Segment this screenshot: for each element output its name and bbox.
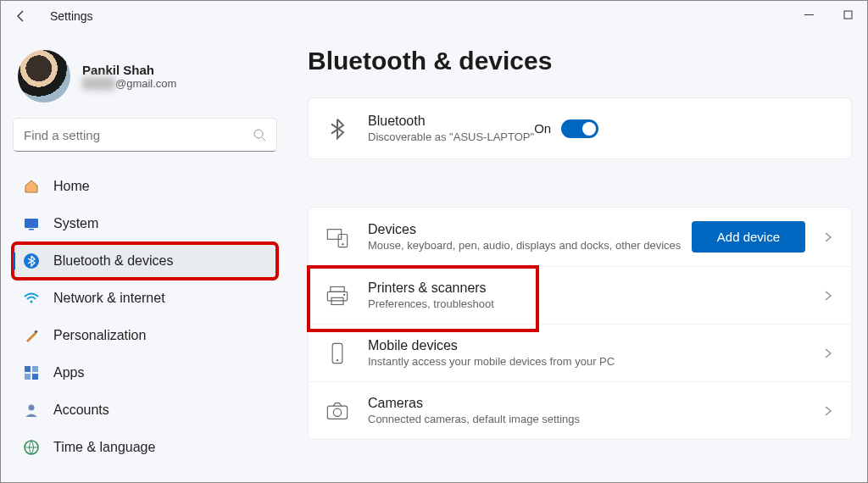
sidebar-item-label: Apps	[53, 365, 84, 380]
svg-rect-3	[29, 229, 34, 230]
sidebar-item-label: System	[53, 216, 98, 231]
profile-email: xxxxxx@gmail.com	[82, 77, 176, 90]
printer-icon	[326, 284, 349, 308]
sidebar-item-system[interactable]: System	[13, 206, 277, 242]
sidebar-item-label: Accounts	[53, 402, 109, 418]
sidebar-item-label: Time & language	[53, 440, 155, 455]
svg-rect-16	[331, 286, 344, 291]
row-title: Cameras	[368, 396, 580, 411]
settings-list: Devices Mouse, keyboard, pen, audio, dis…	[308, 207, 852, 440]
svg-rect-18	[331, 297, 343, 304]
sidebar-item-network[interactable]: Network & internet	[13, 280, 277, 316]
row-title: Printers & scanners	[368, 280, 494, 296]
window-title: Settings	[50, 9, 93, 23]
chevron-right-icon	[822, 405, 834, 417]
profile[interactable]: Pankil Shah xxxxxx@gmail.com	[18, 50, 277, 103]
avatar	[18, 50, 70, 103]
row-subtitle: Mouse, keyboard, pen, audio, displays an…	[368, 239, 681, 252]
svg-rect-14	[338, 234, 348, 247]
bluetooth-toggle-label: On	[534, 121, 551, 136]
sidebar-item-home[interactable]: Home	[13, 169, 277, 204]
sidebar-item-apps[interactable]: Apps	[13, 355, 277, 391]
personalization-icon	[23, 327, 40, 344]
chevron-right-icon	[822, 290, 834, 302]
add-device-button[interactable]: Add device	[692, 221, 805, 253]
svg-point-1	[254, 130, 263, 138]
bluetooth-icon	[23, 253, 40, 269]
svg-rect-9	[25, 374, 31, 380]
window-controls	[789, 1, 867, 28]
row-printers-scanners[interactable]: Printers & scanners Preferences, trouble…	[309, 267, 851, 325]
sidebar-item-accounts[interactable]: Accounts	[13, 392, 277, 428]
svg-rect-0	[844, 11, 852, 19]
arrow-left-icon	[14, 9, 28, 23]
sidebar-item-label: Home	[53, 179, 90, 194]
svg-point-19	[343, 293, 345, 295]
sidebar: Pankil Shah xxxxxx@gmail.com Home System…	[1, 31, 289, 482]
search-box[interactable]	[13, 118, 277, 152]
row-title: Mobile devices	[368, 338, 615, 353]
row-devices[interactable]: Devices Mouse, keyboard, pen, audio, dis…	[309, 208, 851, 267]
row-subtitle: Connected cameras, default image setting…	[368, 413, 580, 425]
camera-icon	[326, 399, 349, 423]
bluetooth-toggle[interactable]: On	[534, 119, 598, 138]
chevron-right-icon	[822, 231, 834, 243]
main-content: Bluetooth & devices Bluetooth Discoverab…	[289, 31, 867, 482]
sidebar-item-label: Network & internet	[53, 291, 165, 306]
toggle-switch-icon	[561, 119, 598, 138]
svg-rect-8	[32, 366, 38, 372]
sidebar-item-label: Bluetooth & devices	[53, 253, 173, 269]
svg-rect-10	[32, 374, 38, 380]
chevron-right-icon	[822, 347, 834, 359]
sidebar-nav: Home System Bluetooth & devices Network …	[13, 169, 277, 465]
sidebar-item-time-language[interactable]: Time & language	[13, 430, 277, 465]
svg-point-21	[337, 359, 338, 361]
accounts-icon	[23, 402, 40, 419]
svg-point-5	[30, 300, 32, 303]
maximize-button[interactable]	[828, 1, 867, 28]
bluetooth-icon	[326, 117, 349, 141]
search-input[interactable]	[24, 128, 253, 142]
maximize-icon	[843, 10, 853, 19]
svg-point-23	[333, 408, 341, 416]
minimize-icon	[804, 10, 814, 19]
row-cameras[interactable]: Cameras Connected cameras, default image…	[309, 382, 851, 439]
devices-icon	[326, 225, 349, 249]
search-icon	[253, 128, 266, 142]
home-icon	[23, 178, 40, 195]
row-subtitle: Instantly access your mobile devices fro…	[368, 355, 615, 368]
system-icon	[23, 215, 40, 232]
profile-name: Pankil Shah	[82, 63, 176, 77]
sidebar-item-bluetooth-devices[interactable]: Bluetooth & devices	[13, 243, 277, 279]
mobile-icon	[326, 341, 349, 365]
svg-point-15	[342, 243, 343, 245]
bluetooth-title: Bluetooth	[368, 114, 534, 129]
row-subtitle: Preferences, troubleshoot	[368, 297, 494, 310]
svg-rect-22	[327, 406, 347, 419]
row-mobile-devices[interactable]: Mobile devices Instantly access your mob…	[309, 325, 851, 382]
sidebar-item-personalization[interactable]: Personalization	[13, 318, 277, 353]
svg-rect-7	[25, 366, 31, 372]
apps-icon	[23, 364, 40, 381]
time-language-icon	[23, 439, 40, 456]
bluetooth-subtitle: Discoverable as "ASUS-LAPTOP"	[368, 130, 534, 143]
sidebar-item-label: Personalization	[53, 328, 146, 343]
svg-rect-2	[25, 219, 38, 228]
page-title: Bluetooth & devices	[308, 47, 852, 75]
svg-rect-17	[327, 291, 347, 301]
row-title: Devices	[368, 222, 681, 237]
back-button[interactable]	[8, 3, 35, 30]
svg-point-11	[29, 405, 35, 411]
minimize-button[interactable]	[789, 1, 828, 28]
bluetooth-card: Bluetooth Discoverable as "ASUS-LAPTOP" …	[308, 97, 852, 159]
wifi-icon	[23, 290, 40, 307]
